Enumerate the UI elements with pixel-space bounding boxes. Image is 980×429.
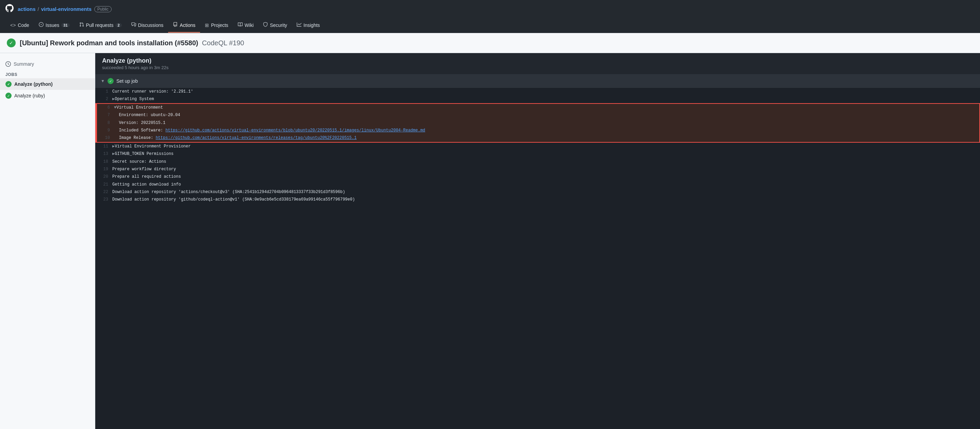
log-line-2: 2 ▶Operating System	[95, 95, 980, 103]
insights-icon	[297, 22, 301, 28]
pulls-icon	[79, 22, 84, 28]
log-line-7: 7 Environment: ubuntu-20.04	[96, 111, 979, 119]
line-num-2: 2	[95, 96, 112, 102]
step-setup-job[interactable]: ▼ ✓ Set up job	[95, 75, 980, 88]
nav-code[interactable]: <> Code	[5, 18, 34, 33]
log-line-11: 11 ▶Virtual Environment Provisioner	[95, 143, 980, 150]
line-content-1: Current runner version: '2.291.1'	[112, 88, 199, 95]
github-logo	[5, 4, 14, 14]
line-num-10: 10	[97, 134, 114, 141]
line-num-21: 21	[95, 181, 112, 188]
log-line-8: 8 Version: 20220515.1	[96, 119, 979, 127]
line-num-11: 11	[95, 143, 112, 150]
security-icon	[263, 22, 268, 28]
breadcrumb-sep: /	[38, 6, 39, 12]
log-line-9: 9 Included Software: https://github.com/…	[96, 127, 979, 134]
issues-badge: 31	[61, 23, 69, 27]
log-line-6: 6 ▼Virtual Environment	[96, 104, 979, 111]
run-label: CodeQL #190	[200, 39, 244, 47]
nav-projects[interactable]: ⊞ Projects	[200, 18, 233, 33]
nav-issues[interactable]: Issues 31	[34, 18, 75, 33]
line-content-9: Included Software: https://github.com/ac…	[114, 127, 431, 134]
line-content-6: ▼Virtual Environment	[114, 104, 169, 111]
line-content-10: Image Release: https://github.com/action…	[114, 134, 362, 141]
sidebar: Summary Jobs ✓ Analyze (python) ✓ Analyz…	[0, 53, 95, 429]
line-content-23: Download action repository 'github/codeq…	[112, 196, 360, 203]
log-content: ▼ ✓ Set up job 1 Current runner version:…	[95, 75, 980, 429]
log-line-23: 23 Download action repository 'github/co…	[95, 196, 980, 203]
line-num-22: 22	[95, 189, 112, 195]
log-line-20: 20 Prepare all required actions	[95, 173, 980, 180]
sidebar-job-python[interactable]: ✓ Analyze (python)	[0, 78, 95, 90]
nav-security-label: Security	[270, 22, 287, 28]
main-layout: Summary Jobs ✓ Analyze (python) ✓ Analyz…	[0, 53, 980, 429]
line-num-23: 23	[95, 196, 112, 203]
nav-wiki-label: Wiki	[245, 22, 253, 28]
job-check-python: ✓	[5, 81, 11, 87]
log-line-22: 22 Download action repository 'actions/c…	[95, 188, 980, 196]
page-header: ✓ [Ubuntu] Rework podman and tools insta…	[0, 33, 980, 53]
nav-wiki[interactable]: Wiki	[233, 18, 258, 33]
nav-pulls[interactable]: Pull requests 2	[75, 18, 127, 33]
line-num-8: 8	[97, 120, 114, 126]
line-num-9: 9	[97, 127, 114, 134]
sidebar-job-ruby[interactable]: ✓ Analyze (ruby)	[0, 90, 95, 102]
log-panel: Analyze (python) succeeded 5 hours ago i…	[95, 53, 980, 429]
repo-breadcrumb: actions / virtual-environments	[18, 6, 92, 12]
step-label: Set up job	[116, 78, 138, 84]
included-software-link[interactable]: https://github.com/actions/virtual-envir…	[165, 128, 425, 133]
step-status-icon: ✓	[108, 78, 114, 84]
line-num-20: 20	[95, 173, 112, 180]
line-content-2: ▶Operating System	[112, 96, 159, 102]
issues-icon	[39, 22, 43, 28]
line-num-13: 13	[95, 150, 112, 157]
line-content-18: Secret source: Actions	[112, 158, 172, 165]
log-line-19: 19 Prepare workflow directory	[95, 166, 980, 173]
nav-discussions[interactable]: Discussions	[127, 18, 169, 33]
nav-insights[interactable]: Insights	[292, 18, 325, 33]
log-line-10: 10 Image Release: https://github.com/act…	[96, 134, 979, 142]
discussions-icon	[131, 22, 136, 28]
wiki-icon	[238, 22, 243, 28]
nav-issues-label: Issues	[46, 22, 59, 28]
nav-security[interactable]: Security	[258, 18, 292, 33]
sidebar-job-ruby-label: Analyze (ruby)	[14, 93, 45, 98]
log-line-18: 18 Secret source: Actions	[95, 158, 980, 166]
nav-actions-label: Actions	[180, 22, 195, 28]
line-content-19: Prepare workflow directory	[112, 166, 181, 172]
line-num-1: 1	[95, 88, 112, 95]
line-num-7: 7	[97, 112, 114, 118]
log-line-21: 21 Getting action download info	[95, 181, 980, 188]
nav-actions[interactable]: Actions	[168, 18, 200, 33]
page-title: [Ubuntu] Rework podman and tools install…	[20, 39, 244, 47]
line-content-20: Prepare all required actions	[112, 173, 186, 180]
image-release-link[interactable]: https://github.com/actions/virtual-envir…	[156, 136, 356, 140]
nav-code-label: Code	[18, 22, 29, 28]
nav-projects-label: Projects	[211, 22, 228, 28]
nav-pulls-label: Pull requests	[86, 22, 114, 28]
log-lines: 1 Current runner version: '2.291.1' 2 ▶O…	[95, 88, 980, 204]
nav-discussions-label: Discussions	[138, 22, 164, 28]
line-content-7: Environment: ubuntu-20.04	[114, 112, 185, 118]
log-line-13: 13 ▶GITHUB_TOKEN Permissions	[95, 150, 980, 158]
nav-bar: <> Code Issues 31 Pull requests 2 Discus…	[0, 18, 980, 33]
log-title: Analyze (python)	[102, 57, 973, 64]
visibility-badge: Public	[94, 6, 111, 12]
code-icon: <>	[10, 22, 16, 28]
highlight-box: 6 ▼Virtual Environment 7 Environment: ub…	[95, 103, 980, 143]
repo-link[interactable]: virtual-environments	[41, 6, 92, 12]
org-link[interactable]: actions	[18, 6, 36, 12]
line-num-19: 19	[95, 166, 112, 172]
line-content-13: ▶GITHUB_TOKEN Permissions	[112, 150, 179, 157]
line-content-8: Version: 20220515.1	[114, 120, 171, 126]
jobs-section-label: Jobs	[0, 69, 95, 78]
sidebar-job-python-label: Analyze (python)	[14, 81, 53, 87]
workflow-title: [Ubuntu] Rework podman and tools install…	[20, 39, 198, 47]
nav-insights-label: Insights	[304, 22, 320, 28]
projects-icon: ⊞	[205, 22, 209, 28]
actions-icon	[173, 22, 178, 28]
header: actions / virtual-environments Public	[0, 0, 980, 18]
log-header: Analyze (python) succeeded 5 hours ago i…	[95, 53, 980, 75]
sidebar-summary[interactable]: Summary	[0, 59, 95, 69]
log-line-1: 1 Current runner version: '2.291.1'	[95, 88, 980, 95]
